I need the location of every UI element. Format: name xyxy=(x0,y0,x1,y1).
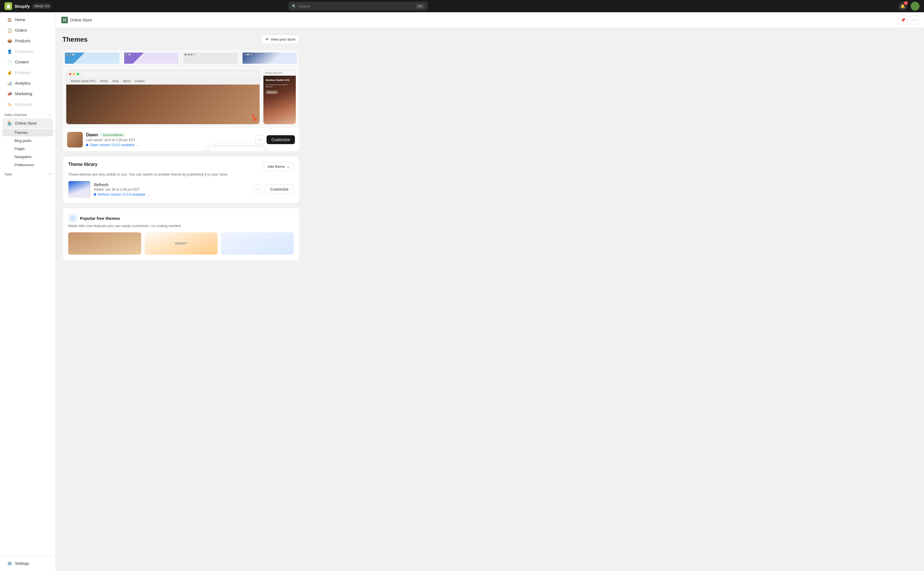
sidebar-item-label-finances: Finances xyxy=(15,70,31,75)
apps-chevron-icon[interactable]: + xyxy=(49,172,51,176)
mock-nav: Mindset Studio NYC Home Shop About Conta… xyxy=(66,78,260,85)
mock-hero-image xyxy=(66,85,260,124)
mock-mobile-hero: Mindset Studio NYC The Driving Force Beh… xyxy=(263,76,296,124)
sidebar-item-discounts[interactable]: 🏷️ Discounts xyxy=(2,99,53,110)
pin-button[interactable]: 📌 xyxy=(898,15,907,25)
eye-icon: 👁 xyxy=(265,37,269,42)
customize-button[interactable]: Customize xyxy=(266,135,295,144)
search-placeholder: Search xyxy=(299,4,310,8)
carousel-item-4[interactable] xyxy=(240,50,300,66)
mock-url-bar xyxy=(83,72,257,76)
mock-mobile-cta: Shop now xyxy=(266,90,278,94)
mini-dots-4 xyxy=(243,52,297,57)
mock-mobile-subtitle: The Driving Force Behind Mindset xyxy=(266,84,294,88)
popular-themes-card: ⬡ Popular free themes Made with core fea… xyxy=(62,208,300,261)
desktop-mock: Mindset Studio NYC Home Shop About Conta… xyxy=(66,70,260,124)
refresh-more-button[interactable]: ··· xyxy=(254,185,263,194)
search-bar[interactable]: 🔍 Search ⌘K xyxy=(288,2,428,11)
mobile-mock: Mindset Studio NYC Mindset Studio NYC Th… xyxy=(263,70,296,124)
page-header-title: Online Store xyxy=(70,18,92,22)
sidebar-item-orders[interactable]: 📋 Orders xyxy=(2,25,53,35)
apps-section: Apps + xyxy=(0,169,56,177)
winter-badge: Winter '24 xyxy=(32,4,51,9)
current-theme-section: Mindset Studio NYC Home Shop About Conta… xyxy=(63,66,299,151)
sidebar-item-products[interactable]: 📦 Products xyxy=(2,36,53,46)
theme-details: Dawn Current theme Last saved: Jul 6 at … xyxy=(86,133,139,147)
carousel-item-3[interactable] xyxy=(181,50,240,66)
sidebar-item-marketing[interactable]: 📣 Marketing xyxy=(2,89,53,99)
more-options-button[interactable]: ··· xyxy=(910,15,918,25)
theme-library-card: Theme library Add theme ⌄ These themes a… xyxy=(62,156,300,204)
discounts-icon: 🏷️ xyxy=(7,102,12,107)
topbar: Shopify Winter '24 🔍 Search ⌘K 🔔 4 xyxy=(0,0,924,12)
mini-dot xyxy=(184,54,187,56)
refresh-chevron-icon[interactable]: ⌄ xyxy=(147,193,150,196)
popular-theme-shopify[interactable]: SHOPIFY xyxy=(144,232,218,255)
dropdown-item-view[interactable]: View xyxy=(209,148,264,152)
add-theme-button[interactable]: Add theme ⌄ xyxy=(263,162,294,171)
theme-preview-carousel: Mindset Studio NYC Home Shop About Conta… xyxy=(62,49,300,152)
theme-name: Dawn xyxy=(86,133,98,137)
notification-button[interactable]: 🔔 4 xyxy=(898,2,907,11)
sidebar-sub-item-pages[interactable]: Pages xyxy=(2,145,53,153)
products-icon: 📦 xyxy=(7,38,12,44)
mock-nav-contact: Contact xyxy=(135,80,144,83)
sidebar-item-label-settings: Settings xyxy=(15,561,29,566)
sidebar-item-online-store[interactable]: 🏪 Online Store xyxy=(2,118,53,128)
shopify-theme-label: SHOPIFY xyxy=(175,242,187,245)
topbar-right: 🔔 4 xyxy=(898,2,919,11)
sidebar-sub-item-preferences[interactable]: Preferences xyxy=(2,161,53,169)
sidebar-item-label-customers: Customers xyxy=(15,49,34,54)
carousel-item-1[interactable] xyxy=(63,50,122,66)
sidebar-item-label-products: Products xyxy=(15,39,30,43)
refresh-version-dot xyxy=(94,193,96,196)
version-text: Dawn version 13.0.0 available xyxy=(90,143,135,147)
theme-version: Dawn version 13.0.0 available ⌄ xyxy=(86,143,139,147)
refresh-customize-button[interactable]: Customize xyxy=(265,185,294,194)
sidebar-item-label-online-store: Online Store xyxy=(15,121,37,125)
current-theme-badge: Current theme xyxy=(100,133,125,137)
sidebar-item-label-orders: Orders xyxy=(15,28,27,32)
content-icon: 📄 xyxy=(7,59,12,65)
notification-badge: 4 xyxy=(904,1,908,5)
sidebar-item-customers[interactable]: 👤 Customers xyxy=(2,46,53,57)
sidebar-sub-item-navigation[interactable]: Navigation xyxy=(2,153,53,160)
refresh-details: Refresh Added: Jun 26 at 3:38 pm EDT Ref… xyxy=(94,182,150,196)
dropdown-menu: View Rename Duplicate Down xyxy=(209,147,264,152)
chevron-icon[interactable]: + xyxy=(49,113,51,117)
sidebar-sub-item-themes[interactable]: Themes xyxy=(2,129,53,136)
sidebar-sub-item-blog-posts[interactable]: Blog posts xyxy=(2,137,53,144)
sidebar: 🏠 Home 📋 Orders 📦 Products 👤 Customers 📄… xyxy=(0,12,56,571)
view-store-button[interactable]: 👁 View your store xyxy=(261,35,300,44)
refresh-date: Added: Jun 26 at 3:38 pm EDT xyxy=(94,188,150,191)
refresh-actions: ··· Customize xyxy=(254,185,294,194)
carousel-strip xyxy=(63,50,299,66)
library-title: Theme library xyxy=(68,162,98,167)
themes-title: Themes xyxy=(62,35,88,43)
theme-name-row: Dawn Current theme xyxy=(86,133,139,137)
refresh-version: Refresh version 13.0.0 available ⌄ xyxy=(94,193,150,196)
mini-preview-4 xyxy=(243,52,297,64)
chevron-down-icon[interactable]: ⌄ xyxy=(136,143,139,147)
theme-info-bar: Dawn Current theme Last saved: Jul 6 at … xyxy=(63,128,299,151)
sidebar-item-analytics[interactable]: 📊 Analytics xyxy=(2,78,53,88)
sidebar-item-content[interactable]: 📄 Content xyxy=(2,57,53,67)
mini-dots-1 xyxy=(65,52,119,57)
popular-header: ⬡ Popular free themes xyxy=(68,214,294,222)
section-header: Themes 👁 View your store xyxy=(62,35,300,44)
app-body: 🏠 Home 📋 Orders 📦 Products 👤 Customers 📄… xyxy=(0,12,924,571)
sidebar-item-home[interactable]: 🏠 Home xyxy=(2,15,53,25)
sidebar-sub-label-preferences: Preferences xyxy=(14,163,34,167)
user-avatar[interactable] xyxy=(911,2,919,11)
carousel-item-2[interactable] xyxy=(122,50,181,66)
refresh-thumbnail xyxy=(68,181,90,198)
popular-icon: ⬡ xyxy=(68,214,77,222)
sidebar-item-settings[interactable]: ⚙️ Settings xyxy=(2,559,53,568)
add-theme-label: Add theme xyxy=(267,164,285,169)
popular-theme-refresh[interactable] xyxy=(221,232,294,255)
popular-theme-dawn[interactable] xyxy=(68,232,141,255)
mock-dot-green xyxy=(77,73,79,75)
sidebar-item-finances[interactable]: 💰 Finances xyxy=(2,68,53,78)
more-options-button[interactable]: ··· xyxy=(255,135,264,144)
home-icon: 🏠 xyxy=(7,17,12,23)
